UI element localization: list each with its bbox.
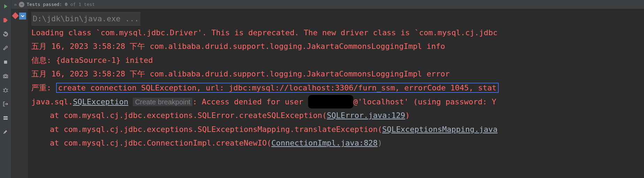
collapse-icon[interactable] — [19, 13, 26, 20]
breakpoint-marker-icon[interactable] — [12, 12, 19, 19]
error-highlight: create connection SQLException, url: jdb… — [56, 83, 499, 93]
log-line-error: 严重: create connection SQLException, url:… — [31, 81, 641, 95]
source-link[interactable]: SQLError.java:129 — [327, 111, 405, 120]
source-link[interactable]: SQLExceptionsMapping.java — [382, 125, 498, 134]
stop-icon[interactable] — [2, 59, 9, 66]
stack-trace-line: at com.mysql.cj.jdbc.ConnectionImpl.crea… — [31, 136, 641, 150]
exit-icon[interactable] — [2, 101, 9, 107]
stack-trace-line: at com.mysql.cj.jdbc.exceptions.SQLError… — [31, 109, 641, 123]
test-status-minus-icon: − — [19, 2, 24, 7]
camera-icon[interactable] — [2, 73, 9, 80]
log-line: Loading class `com.mysql.jdbc.Driver'. T… — [31, 26, 641, 40]
breadcrumb-arrows: » — [14, 2, 17, 7]
stack-trace-line: at com.mysql.cj.jdbc.exceptions.SQLExcep… — [31, 123, 641, 136]
svg-rect-0 — [4, 61, 7, 64]
log-line: 信息: {dataSource-1} inited — [31, 53, 641, 67]
console-wrapper: D:\jdk\bin\java.exe ... Loading class `c… — [11, 9, 644, 178]
pin-icon[interactable] — [2, 128, 9, 135]
create-breakpoint-hint[interactable]: Create breakpoint — [133, 98, 192, 106]
exception-line: java.sql.SQLException Create breakpoint:… — [31, 95, 641, 109]
command-line: D:\jdk\bin\java.exe ... — [31, 12, 140, 26]
svg-rect-3 — [3, 118, 8, 120]
svg-rect-2 — [3, 116, 8, 118]
breakpoint-toggle-icon[interactable] — [2, 17, 9, 24]
left-toolbar — [0, 0, 11, 178]
bug-icon[interactable] — [2, 87, 9, 94]
svg-point-1 — [4, 89, 7, 92]
wrench-icon[interactable] — [2, 45, 9, 52]
run-icon[interactable] — [2, 3, 9, 10]
log-line: 五月 16, 2023 3:58:28 下午 com.alibaba.druid… — [31, 39, 641, 53]
test-status-label: Tests passed: 0 of 1 test — [26, 2, 95, 7]
top-bar: » − Tests passed: 0 of 1 test — [11, 0, 644, 9]
redacted-user — [308, 95, 353, 109]
log-line: 五月 16, 2023 3:58:28 下午 com.alibaba.druid… — [31, 67, 641, 81]
main-area: » − Tests passed: 0 of 1 test D:\jdk\bin… — [11, 0, 644, 178]
refresh-icon[interactable] — [2, 31, 9, 38]
layout-icon[interactable] — [2, 114, 9, 121]
source-link[interactable]: ConnectionImpl.java:828 — [271, 139, 378, 147]
exception-class-link[interactable]: SQLException — [73, 97, 128, 106]
console-output[interactable]: D:\jdk\bin\java.exe ... Loading class `c… — [28, 9, 644, 178]
console-gutter — [11, 9, 28, 178]
